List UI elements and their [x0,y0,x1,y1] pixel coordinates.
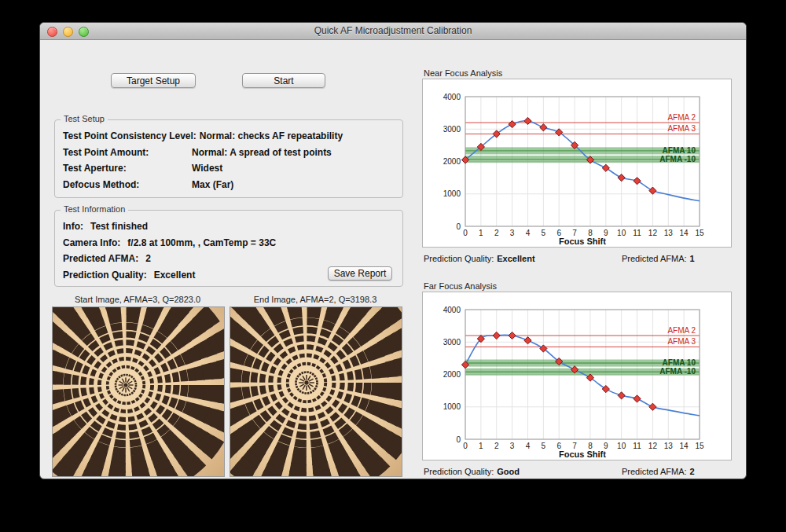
row-label: Prediction Quality: [63,267,154,284]
start-target-image [52,306,225,477]
row-value: Normal: A spread of test points [192,145,332,161]
row-value: Max (Far) [192,177,233,193]
test-information-group: Test Information Info: Test finished Cam… [54,210,403,287]
test-information-row: Info: Test finished [63,218,395,235]
svg-text:5: 5 [542,442,546,450]
svg-text:1000: 1000 [443,189,461,198]
svg-text:13: 13 [664,229,674,237]
near-focus-chart: AFMA 10AFMA -10AFMA 2AFMA 30123456789101… [422,79,732,248]
svg-text:AFMA 10: AFMA 10 [663,358,696,367]
svg-text:AFMA 2: AFMA 2 [667,326,696,335]
row-value: Test finished [90,218,148,235]
predicted-afma: Predicted AFMA:2 [622,467,695,476]
svg-text:1000: 1000 [443,402,461,411]
test-setup-group-title: Test Setup [61,114,108,123]
svg-text:0: 0 [463,229,468,237]
far-focus-chart-footer: Prediction Quality:Good Predicted AFMA:2 [424,467,732,476]
test-setup-row: Test Point Consistency Level: Normal: ch… [63,128,395,145]
row-label: Test Point Consistency Level: [63,128,200,145]
svg-text:3000: 3000 [443,338,461,347]
svg-text:AFMA -10: AFMA -10 [659,155,696,163]
svg-text:15: 15 [695,229,704,237]
test-setup-group: Test Setup Test Point Consistency Level:… [54,119,403,198]
prediction-quality: Prediction Quality:Excellent [424,254,535,263]
row-value: Normal: checks AF repeatability [200,128,343,145]
svg-text:4000: 4000 [443,306,461,314]
row-value: Excellent [154,267,196,284]
svg-text:12: 12 [648,442,658,450]
test-information-group-title: Test Information [61,204,128,214]
row-label: Test Point Amount: [63,145,192,161]
save-report-button[interactable]: Save Report [328,266,392,281]
svg-text:0: 0 [463,442,468,450]
svg-text:2: 2 [494,229,499,237]
svg-text:3: 3 [510,229,515,237]
svg-text:13: 13 [664,442,674,450]
svg-text:2000: 2000 [443,157,461,166]
far-focus-chart-title: Far Focus Analysis [424,281,497,291]
svg-text:AFMA 3: AFMA 3 [667,124,696,133]
test-information-row: Predicted AFMA: 2 [63,251,395,267]
app-window: Quick AF Microadjustment Calibration Tar… [39,22,747,479]
test-information-row: Camera Info: f/2.8 at 100mm, , CamTemp =… [63,235,395,251]
row-value: f/2.8 at 100mm, , CamTemp = 33C [127,235,276,251]
test-setup-row: Test Point Amount: Normal: A spread of t… [63,145,395,161]
row-label: Test Aperture: [63,160,192,177]
svg-text:Focus Shift: Focus Shift [559,449,606,459]
svg-text:1: 1 [479,229,483,237]
prediction-quality: Prediction Quality:Good [424,467,520,476]
svg-text:0: 0 [456,435,461,444]
svg-text:14: 14 [680,442,689,450]
svg-text:4000: 4000 [443,93,461,101]
svg-text:AFMA 2: AFMA 2 [667,113,696,122]
svg-text:10: 10 [617,229,626,237]
svg-text:15: 15 [695,442,704,450]
svg-text:Focus Shift: Focus Shift [559,237,606,246]
row-label: Info: [63,218,90,235]
titlebar[interactable]: Quick AF Microadjustment Calibration [40,23,746,40]
end-target-image [230,306,402,477]
start-image-caption: Start Image, AFMA=3, Q=2823.0 [52,295,223,304]
row-value: 2 [145,251,151,267]
svg-text:4: 4 [526,442,531,450]
svg-text:12: 12 [648,229,658,237]
start-button[interactable]: Start [242,73,325,88]
window-title: Quick AF Microadjustment Calibration [40,25,746,36]
near-focus-chart-title: Near Focus Analysis [424,68,502,78]
svg-text:2: 2 [494,442,499,450]
row-label: Camera Info: [63,235,127,251]
svg-text:11: 11 [633,442,641,450]
svg-text:3000: 3000 [443,125,461,134]
svg-text:AFMA 3: AFMA 3 [667,337,696,346]
svg-text:4: 4 [526,229,531,237]
svg-text:3: 3 [510,442,515,450]
svg-text:2000: 2000 [443,370,461,379]
test-setup-row: Defocus Method: Max (Far) [63,177,395,193]
row-label: Defocus Method: [63,177,192,193]
predicted-afma: Predicted AFMA:1 [622,254,695,263]
target-setup-button[interactable]: Target Setup [111,73,196,88]
svg-text:0: 0 [456,222,461,231]
svg-text:11: 11 [633,229,641,237]
row-label: Predicted AFMA: [63,251,145,267]
row-value: Widest [192,160,222,177]
svg-text:10: 10 [617,442,626,450]
svg-text:5: 5 [542,229,546,237]
end-image-caption: End Image, AFMA=2, Q=3198.3 [230,295,401,304]
test-setup-row: Test Aperture: Widest [63,160,395,177]
svg-text:1: 1 [479,442,483,450]
svg-text:AFMA 10: AFMA 10 [663,146,696,155]
near-focus-chart-footer: Prediction Quality:Excellent Predicted A… [424,254,732,263]
svg-text:14: 14 [680,229,689,237]
svg-text:AFMA -10: AFMA -10 [659,367,696,376]
window-content: Target Setup Start Test Setup Test Point… [40,40,746,479]
far-focus-chart: AFMA 10AFMA -10AFMA 2AFMA 30123456789101… [422,292,732,460]
